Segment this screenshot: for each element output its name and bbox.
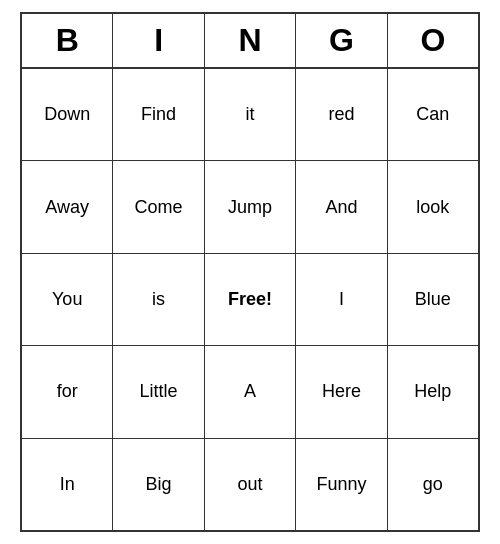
bingo-cell: Blue	[388, 254, 478, 345]
bingo-row: InBigoutFunnygo	[22, 439, 478, 530]
bingo-cell: Little	[113, 346, 204, 437]
bingo-cell: Funny	[296, 439, 387, 530]
header-letter: I	[113, 14, 204, 67]
bingo-cell: Free!	[205, 254, 296, 345]
bingo-cell: Away	[22, 161, 113, 252]
bingo-cell: Come	[113, 161, 204, 252]
bingo-card: BINGO DownFinditredCanAwayComeJumpAndloo…	[20, 12, 480, 532]
bingo-cell: Jump	[205, 161, 296, 252]
bingo-cell: is	[113, 254, 204, 345]
bingo-cell: Here	[296, 346, 387, 437]
bingo-cell: out	[205, 439, 296, 530]
bingo-body: DownFinditredCanAwayComeJumpAndlookYouis…	[22, 69, 478, 530]
bingo-row: DownFinditredCan	[22, 69, 478, 161]
header-letter: O	[388, 14, 478, 67]
bingo-cell: Find	[113, 69, 204, 160]
bingo-cell: for	[22, 346, 113, 437]
bingo-cell: Can	[388, 69, 478, 160]
bingo-cell: Big	[113, 439, 204, 530]
bingo-cell: it	[205, 69, 296, 160]
bingo-cell: Help	[388, 346, 478, 437]
bingo-cell: look	[388, 161, 478, 252]
header-letter: G	[296, 14, 387, 67]
bingo-cell: You	[22, 254, 113, 345]
bingo-cell: Down	[22, 69, 113, 160]
header-letter: B	[22, 14, 113, 67]
bingo-cell: I	[296, 254, 387, 345]
bingo-row: YouisFree!IBlue	[22, 254, 478, 346]
header-letter: N	[205, 14, 296, 67]
bingo-cell: red	[296, 69, 387, 160]
bingo-cell: In	[22, 439, 113, 530]
bingo-cell: A	[205, 346, 296, 437]
bingo-header: BINGO	[22, 14, 478, 69]
bingo-cell: go	[388, 439, 478, 530]
bingo-cell: And	[296, 161, 387, 252]
bingo-row: forLittleAHereHelp	[22, 346, 478, 438]
bingo-row: AwayComeJumpAndlook	[22, 161, 478, 253]
